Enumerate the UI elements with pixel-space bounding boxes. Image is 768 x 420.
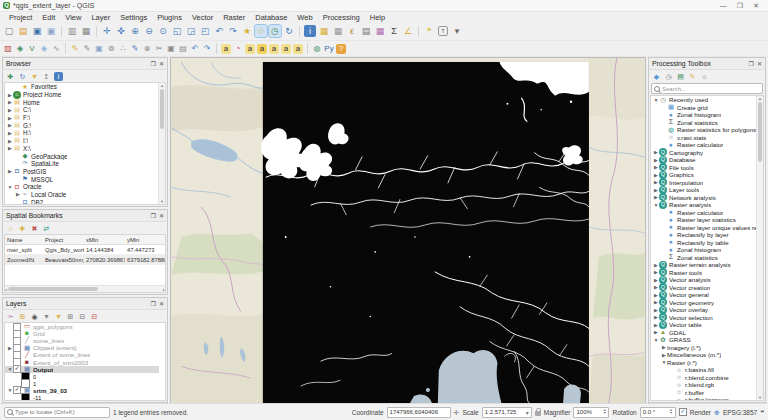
osgeo-tools-button[interactable]: ◍ [312, 44, 322, 54]
expand-all-layers-button[interactable]: ⊞ [66, 312, 75, 321]
highlight-pinned-labels-button[interactable]: a [257, 44, 267, 54]
browser-item-db2[interactable]: ◘DB2 [5, 198, 159, 204]
text-annotation-button[interactable]: T [437, 25, 449, 37]
filter-legend-button[interactable]: ▼ [42, 312, 51, 321]
show-layout-manager-button[interactable]: ▦ [80, 25, 92, 37]
menu-web[interactable]: Web [292, 13, 317, 22]
open-data-source-manager-button[interactable]: ▨ [3, 44, 13, 54]
refresh-browser-button[interactable]: ↻ [18, 72, 27, 81]
zoom-native-button[interactable]: ⊙ [157, 25, 169, 37]
new-geopackage-layer-button[interactable]: ◈ [15, 44, 25, 54]
zoom-next-button[interactable]: ↷ [227, 25, 239, 37]
processing-item-provider-grass[interactable]: ▼✿GRASS [651, 336, 757, 344]
processing-item-group-vector-creation[interactable]: ▶QVector creation [651, 284, 757, 292]
delete-bookmark-button[interactable]: ✖ [30, 224, 39, 233]
temporal-controller-button[interactable]: ◷ [269, 25, 281, 37]
processing-item-alg-zonal-statistics-2[interactable]: ΣZonal statistics [651, 254, 757, 262]
processing-item-group-interpolation[interactable]: ▶QInterpolation [651, 179, 757, 187]
extents-toggle-icon[interactable]: ✛ [454, 409, 460, 416]
deselect-features-button[interactable]: ▦ [332, 25, 344, 37]
processing-item-group-vector-overlay[interactable]: ▶QVector overlay [651, 306, 757, 314]
menu-database[interactable]: Database [250, 13, 292, 22]
processing-item-grass-miscellaneous[interactable]: ▶Miscellaneous (m.*) [651, 351, 757, 359]
processing-item-group-raster-terrain-analysis[interactable]: ▶QRaster terrain analysis [651, 261, 757, 269]
bookmark-row-ZoomedIN[interactable]: ZoomedINBeauvais50mn_D..270820.369867637… [5, 255, 165, 265]
modify-attributes-button[interactable]: ✎ [130, 44, 140, 54]
menu-settings[interactable]: Settings [115, 13, 152, 22]
menu-processing[interactable]: Processing [318, 13, 365, 22]
select-by-expression-button[interactable]: ε [346, 25, 358, 37]
map-tips-button[interactable]: ❝ [423, 25, 435, 37]
menu-layer[interactable]: Layer [86, 13, 115, 22]
save-project-as-button[interactable]: ▣ [45, 25, 57, 37]
pan-map-button[interactable]: ✛ [101, 25, 113, 37]
change-label-button[interactable]: a [293, 44, 303, 54]
processing-item-group-raster-tools[interactable]: ▶QRaster tools [651, 269, 757, 277]
statistics-summary-button[interactable]: Σ [388, 25, 400, 37]
processing-item-alg-zonal-statistics[interactable]: ΣZonal statistics [651, 119, 757, 127]
browser-item-geopackage[interactable]: ◆GeoPackage [5, 152, 159, 160]
menu-raster[interactable]: Raster [218, 13, 250, 22]
zoom-to-selection-button[interactable]: ◲ [185, 25, 197, 37]
collapse-all-layers-button[interactable]: ⊟ [78, 312, 87, 321]
processing-item-alg-r-blend-combine[interactable]: ☼r.blend.combine [651, 374, 757, 382]
browser-item-home[interactable]: ▶▤Home [5, 98, 159, 106]
bookmarks-col-xmin[interactable]: xMin [84, 237, 125, 243]
bookmarks-col-name[interactable]: Name [5, 237, 43, 243]
close-button[interactable]: ✕ [753, 2, 759, 10]
processing-options-button[interactable]: ☼ [700, 72, 709, 81]
maximize-button[interactable]: ❐ [737, 2, 743, 10]
add-selected-layers-button[interactable]: ✚ [6, 72, 15, 81]
zoom-full-button[interactable]: ◱ [171, 25, 183, 37]
paste-features-button[interactable]: ▤ [178, 44, 188, 54]
import-export-bookmarks-button[interactable]: ⇄ [42, 224, 51, 233]
bookmarks-col-ymin[interactable]: yMin [125, 237, 165, 243]
processing-item-alg-r-basins-fill[interactable]: ☼r.basins.fill [651, 366, 757, 374]
show-spatial-bookmarks-button[interactable]: ☆ [255, 25, 267, 37]
cut-features-button[interactable]: ✂ [154, 44, 164, 54]
processing-item-group-vector-selection[interactable]: ▶QVector selection [651, 314, 757, 322]
messages-icon[interactable]: ❝ [760, 409, 764, 416]
browser-item-drive-c[interactable]: ▶▤C:\ [5, 106, 159, 114]
zoom-out-button[interactable]: ⊖ [143, 25, 155, 37]
render-checkbox[interactable]: ✓ [679, 408, 687, 416]
layers-float-icon[interactable]: ❐ [151, 300, 156, 307]
manage-map-themes-button[interactable]: ◉ [30, 312, 39, 321]
copy-features-button[interactable]: ▣ [166, 44, 176, 54]
vertex-tool-button[interactable]: ∴ [118, 44, 128, 54]
processing-item-group-file-tools[interactable]: ▶QFile tools [651, 164, 757, 172]
minimize-button[interactable]: — [720, 2, 727, 10]
zoom-in-button[interactable]: ⊕ [129, 25, 141, 37]
processing-item-alg-create-grid[interactable]: ▦Create grid [651, 104, 757, 112]
annotation-dropdown-button[interactable]: ▾ [451, 25, 463, 37]
browser-item-drive-x[interactable]: ▶▤X:\ [5, 145, 159, 153]
layer-diagram-button[interactable]: ◔ [233, 44, 243, 54]
toggle-editing-button[interactable]: ✎ [82, 44, 92, 54]
measure-line-button[interactable]: ∠ [402, 25, 414, 37]
layers-item-srtm-min[interactable]: -11 [5, 394, 159, 400]
save-project-button[interactable]: ▣ [31, 25, 43, 37]
rotation-spinbox[interactable]: 0.0 °▲▼ [640, 407, 676, 418]
processing-item-alg-raster-layer-unique-values-report[interactable]: ●Raster layer unique values report [651, 224, 757, 232]
processing-item-alg-reclassify-by-table[interactable]: ●Reclassify by table [651, 239, 757, 247]
processing-item-grass-imagery[interactable]: ▶Imagery (i.*) [651, 344, 757, 352]
processing-close-icon[interactable]: ✕ [757, 60, 762, 67]
menu-view[interactable]: View [60, 13, 86, 22]
menu-help[interactable]: Help [365, 13, 390, 22]
layer-srtm-39-03-checkbox[interactable]: ✓ [13, 386, 21, 394]
magnifier-spinbox[interactable]: 100%▲▼ [573, 407, 609, 418]
zoom-to-bookmark-button[interactable]: ○ [6, 224, 15, 233]
processing-item-group-vector-geometry[interactable]: ▶QVector geometry [651, 299, 757, 307]
processing-item-group-graphics[interactable]: ▶QGraphics [651, 171, 757, 179]
delete-selected-button[interactable]: ⊗ [142, 44, 152, 54]
processing-item-alg-r-buffer[interactable]: ☼r.buffer [651, 389, 757, 397]
browser-item-postgis[interactable]: ▶◘PostGIS [5, 168, 159, 176]
open-layer-styling-button[interactable]: ✑ [6, 312, 15, 321]
zoom-last-button[interactable]: ↶ [213, 25, 225, 37]
browser-item-drive-f[interactable]: ▶▤F:\ [5, 114, 159, 122]
menu-plugins[interactable]: Plugins [152, 13, 187, 22]
processing-float-icon[interactable]: ❐ [749, 60, 754, 67]
add-feature-button[interactable]: ⊚ [106, 44, 116, 54]
browser-item-favorites[interactable]: ★Favorites [5, 83, 159, 91]
processing-item-group-network-analysis[interactable]: ▶QNetwork analysis [651, 194, 757, 202]
